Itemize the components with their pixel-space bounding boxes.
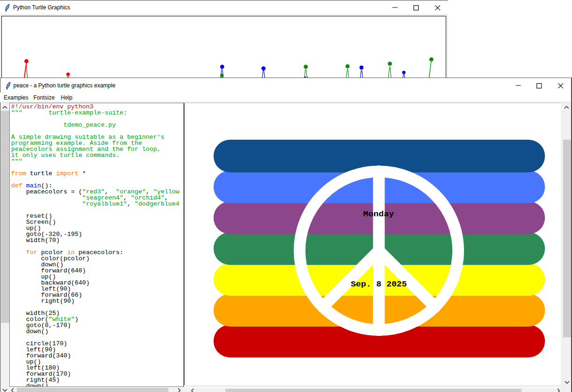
svg-text:Monday: Monday — [363, 210, 394, 219]
svg-text:Sep. 8 2025: Sep. 8 2025 — [351, 280, 407, 289]
